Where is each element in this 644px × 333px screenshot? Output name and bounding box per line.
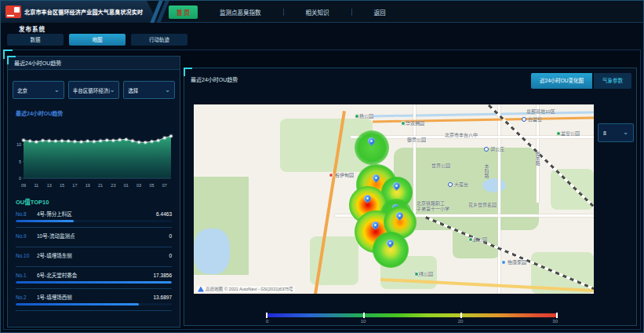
- station-name: 10号-流动监测点: [37, 232, 169, 240]
- filter-selects: 北京⌄丰台区循环经济产⌄选择⌄: [13, 81, 175, 99]
- top10-row-line: No.102号-填埋场东侧0: [16, 251, 172, 259]
- map-poi-label: 郭公庄: [484, 145, 504, 152]
- nav-divider: [351, 9, 352, 16]
- station-value: 6.4463: [156, 211, 172, 217]
- nav-tab-2[interactable]: 相关知识: [298, 5, 337, 19]
- top10-row-line: No.16号-北天堂村委会17.3856: [16, 271, 172, 279]
- map-poi-label: 怡康家园: [501, 258, 526, 265]
- rank-label: No.8: [16, 211, 37, 217]
- nav-tab-3[interactable]: 返回: [366, 5, 394, 19]
- amap-map[interactable]: 高德地图 © 2021 AutoNavi - GS(2021)6375号 看杨公…: [194, 104, 594, 294]
- poi-text: 北京市丰台八中: [445, 131, 478, 138]
- poi-text: 樊羊路: [534, 152, 541, 166]
- value-bar-spacer: [16, 240, 172, 242]
- map-poi-label: 新华双拥园: [401, 119, 424, 126]
- heatmap-blob: [355, 130, 389, 165]
- app-logo: [5, 5, 21, 18]
- value-bar-spacer: [16, 259, 172, 262]
- park-select[interactable]: 丰台区循环经济产⌄: [68, 81, 120, 99]
- subway-station-icon: [484, 147, 489, 152]
- svg-text:01: 01: [124, 183, 129, 188]
- map-button-1[interactable]: 气象参数: [594, 73, 631, 89]
- ou-trend-chart: 0510091113151719212301030507: [11, 119, 176, 192]
- map-poi-label: 北京市丰台八中: [445, 131, 478, 138]
- poi-text: 御景公园: [407, 136, 426, 143]
- publish-system-label: 发布系统: [19, 24, 45, 33]
- city-select[interactable]: 北京⌄: [13, 81, 64, 99]
- rank-label: No.1: [16, 273, 37, 278]
- heat-legend-gradient: [266, 313, 558, 317]
- value-bar-fill: [16, 281, 172, 284]
- subway-station-icon: [522, 117, 526, 122]
- amap-logo-icon: [198, 287, 204, 292]
- top10-title: OU值TOP10: [16, 197, 180, 206]
- map-attribution: 高德地图 © 2021 AutoNavi - GS(2021)6375号: [196, 286, 295, 292]
- svg-text:17: 17: [72, 183, 77, 188]
- blue-poi-icon: [501, 260, 506, 265]
- map-poi-label: 总部基地10区: [526, 108, 555, 115]
- map-lake: [194, 229, 230, 274]
- top10-row-line: No.21号-填埋场西侧13.6897: [16, 293, 172, 301]
- poi-text: 大葆台: [454, 181, 468, 188]
- publish-tab-0[interactable]: 数据: [7, 34, 64, 46]
- map-layer-select[interactable]: 8 ⌄: [598, 123, 634, 142]
- map-panel-title: 最近24小时OU趋势: [191, 73, 238, 83]
- map-poi-label: 丰科路: [483, 164, 490, 178]
- page-title: 北京市丰台区循环经济产业园大气恶臭状况实时: [24, 8, 143, 16]
- row-divider: [16, 310, 172, 311]
- rank-label: No.2: [16, 295, 37, 300]
- left-panel: 最近24小时OU趋势 北京⌄丰台区循环经济产⌄选择⌄ 最近24小时OU趋势 05…: [7, 56, 180, 328]
- map-poi-label: 锦绣公园: [414, 270, 433, 277]
- select-value: 选择: [128, 86, 138, 94]
- station-name: 6号-北天堂村委会: [37, 271, 154, 279]
- legend-notch: [266, 313, 267, 318]
- value-bar-fill: [16, 220, 74, 222]
- poi-text: 总部基地10区: [526, 108, 555, 115]
- top10-row: No.910号-流动监测点0: [8, 228, 180, 247]
- park-poi-icon: [401, 121, 406, 126]
- publish-tab-1[interactable]: 地图: [69, 34, 126, 46]
- park-poi-icon: [414, 272, 419, 276]
- nav-tab-1[interactable]: 监测点恶臭指数: [212, 5, 269, 19]
- map-poi-label: 花乡世界名园: [468, 201, 497, 208]
- svg-text:21: 21: [98, 183, 103, 188]
- content-frame: 最近24小时OU趋势 北京⌄丰台区循环经济产⌄选择⌄ 最近24小时OU趋势 05…: [3, 49, 641, 330]
- publish-tab-2[interactable]: 行动轨迹: [131, 34, 187, 46]
- app-window: 北京市丰台区循环经济产业园大气恶臭状况实时 首 页监测点恶臭指数相关知识返回 发…: [0, 0, 644, 333]
- value-bar: [16, 303, 172, 306]
- point-select[interactable]: 选择⌄: [123, 81, 175, 99]
- top10-row-line: No.910号-流动监测点0: [16, 232, 172, 240]
- map-poi-label: 白盆窑公园: [556, 130, 580, 137]
- station-value: 0: [169, 233, 172, 239]
- svg-text:15: 15: [60, 183, 64, 188]
- svg-text:5: 5: [19, 159, 21, 164]
- poi-text: 世界公园: [431, 162, 450, 169]
- main-nav: 首 页监测点恶臭指数相关知识返回: [169, 1, 643, 23]
- legend-tick-label: 20: [458, 319, 464, 324]
- nav-tab-0[interactable]: 首 页: [169, 5, 198, 19]
- map-poi-label: 看杨公园: [355, 112, 373, 119]
- map-button-0[interactable]: 近24小时OU变化图: [531, 73, 592, 89]
- ou-trend-chart-svg: 0510091113151719212301030507: [11, 119, 176, 189]
- map-poi-label: 世界公园: [431, 162, 450, 169]
- topbar: 北京市丰台区循环经济产业园大气恶臭状况实时 首 页监测点恶臭指数相关知识返回: [1, 1, 643, 23]
- heatmap-blob: [373, 232, 409, 268]
- legend-tick-label: 30: [552, 319, 558, 324]
- map-layer-select-value: 8: [603, 130, 606, 136]
- publish-tabs: 数据地图行动轨迹: [7, 34, 187, 46]
- nav-divider: [283, 9, 284, 16]
- top10-row: No.102号-填埋场东侧0: [8, 247, 180, 267]
- station-value: 0: [169, 253, 172, 258]
- svg-text:23: 23: [111, 183, 115, 188]
- svg-text:09: 09: [21, 183, 26, 188]
- legend-tick-label: 0: [266, 319, 268, 324]
- svg-text:19: 19: [86, 183, 90, 188]
- select-value: 丰台区循环经济产: [73, 86, 110, 94]
- red-poi-icon: [329, 173, 333, 177]
- top10-row: No.84号-筛分上料区6.4463: [8, 206, 180, 228]
- value-bar-fill: [16, 303, 139, 306]
- legend-notch: [363, 313, 365, 318]
- map-poi-label: 御景公园: [407, 136, 426, 143]
- station-name: 2号-填埋场东侧: [37, 251, 169, 259]
- top10-row-line: No.84号-筛分上料区6.4463: [16, 210, 172, 218]
